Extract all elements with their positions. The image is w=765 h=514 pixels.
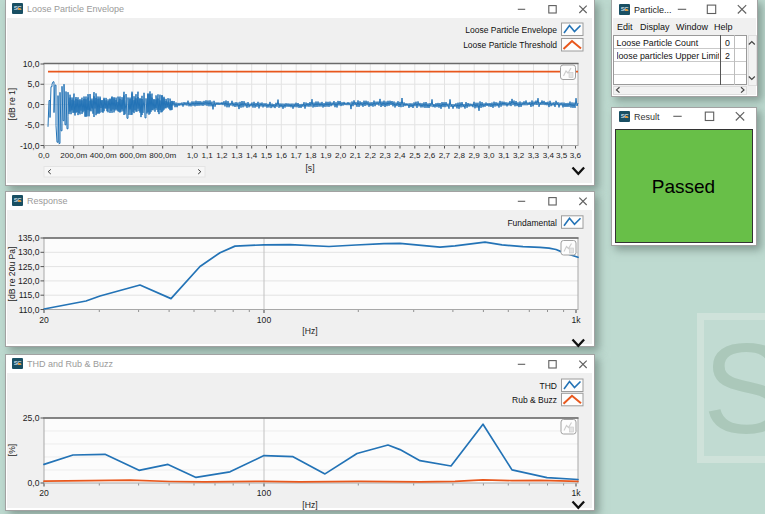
svg-text:135,0: 135,0: [18, 233, 40, 243]
svg-text:120,0: 120,0: [18, 276, 40, 286]
svg-text:[dB re 20u Pa]: [dB re 20u Pa]: [7, 247, 17, 302]
svg-text:3,2: 3,2: [513, 151, 525, 160]
svg-text:20: 20: [39, 315, 49, 325]
svg-text:3,4: 3,4: [543, 151, 555, 160]
svg-text:10,0: 10,0: [23, 59, 40, 69]
svg-text:-10,0: -10,0: [20, 141, 40, 151]
svg-text:1,6: 1,6: [276, 151, 288, 160]
svg-text:3,5: 3,5: [556, 151, 568, 160]
svg-text:100: 100: [257, 488, 272, 498]
svg-text:2,8: 2,8: [454, 151, 466, 160]
svg-text:2,1: 2,1: [350, 151, 362, 160]
svg-text:2,2: 2,2: [365, 151, 377, 160]
svg-text:2,9: 2,9: [469, 151, 481, 160]
svg-text:2,7: 2,7: [439, 151, 451, 160]
svg-text:400,0m: 400,0m: [90, 151, 117, 160]
svg-text:1,5: 1,5: [261, 151, 273, 160]
svg-text:3,1: 3,1: [498, 151, 510, 160]
svg-text:[s]: [s]: [305, 163, 314, 173]
svg-text:1,8: 1,8: [305, 151, 317, 160]
svg-text:5,0: 5,0: [28, 79, 40, 89]
svg-text:1,1: 1,1: [202, 151, 214, 160]
svg-text:2,3: 2,3: [380, 151, 392, 160]
svg-text:-5,0: -5,0: [25, 120, 40, 130]
svg-text:125,0: 125,0: [18, 262, 40, 272]
svg-text:800,0m: 800,0m: [149, 151, 176, 160]
svg-text:1,9: 1,9: [320, 151, 332, 160]
svg-text:2,4: 2,4: [394, 151, 406, 160]
svg-text:115,0: 115,0: [19, 290, 40, 300]
svg-text:3,6: 3,6: [570, 151, 582, 160]
svg-text:0,0: 0,0: [38, 151, 50, 160]
svg-text:200,0m: 200,0m: [60, 151, 87, 160]
svg-text:130,0: 130,0: [18, 247, 40, 257]
svg-text:2,5: 2,5: [409, 151, 421, 160]
svg-text:110,0: 110,0: [19, 305, 40, 315]
svg-text:1,7: 1,7: [291, 151, 303, 160]
svg-text:1,0: 1,0: [187, 151, 199, 160]
svg-text:[dB re 1]: [dB re 1]: [7, 88, 17, 120]
svg-text:[Hz]: [Hz]: [302, 500, 317, 510]
svg-text:100: 100: [257, 315, 272, 325]
svg-text:1k: 1k: [571, 488, 581, 498]
svg-text:0,0: 0,0: [28, 478, 40, 488]
svg-text:[%]: [%]: [7, 444, 17, 456]
svg-text:2,6: 2,6: [424, 151, 436, 160]
svg-text:1,3: 1,3: [231, 151, 243, 160]
svg-text:25,0: 25,0: [23, 413, 40, 423]
svg-text:3,0: 3,0: [483, 151, 495, 160]
svg-text:2,0: 2,0: [335, 151, 347, 160]
svg-text:0,0: 0,0: [28, 100, 40, 110]
svg-text:1,2: 1,2: [216, 151, 228, 160]
svg-text:[Hz]: [Hz]: [302, 326, 317, 336]
svg-text:20: 20: [39, 488, 49, 498]
svg-text:1,4: 1,4: [246, 151, 258, 160]
svg-text:3,3: 3,3: [528, 151, 540, 160]
svg-text:600,0m: 600,0m: [120, 151, 147, 160]
svg-text:1k: 1k: [571, 315, 581, 325]
